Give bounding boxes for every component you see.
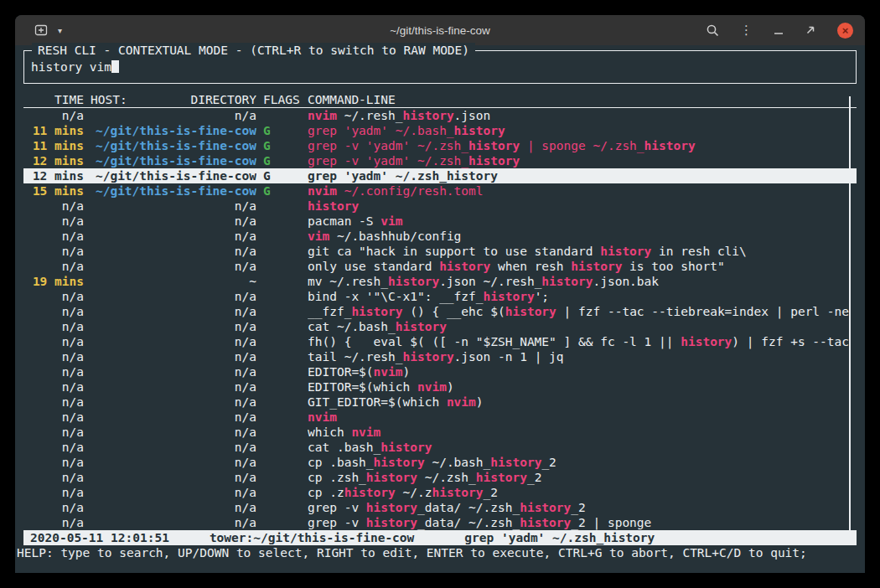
match-highlight: history bbox=[490, 456, 541, 469]
match-highlight: history bbox=[505, 305, 556, 318]
command-cell: nvim ~/.config/resh.toml bbox=[308, 183, 857, 199]
time-cell: n/a bbox=[23, 304, 84, 319]
command-cell: cat ~/.bash_history bbox=[308, 319, 857, 334]
match-highlight: history bbox=[454, 124, 505, 137]
command-text: grep 'yadm' ~/.zsh_ bbox=[308, 169, 447, 183]
flags-cell bbox=[263, 289, 301, 304]
command-text: grep -v 'yadm' ~/.zsh_ bbox=[308, 139, 468, 152]
match-highlight: nvim bbox=[308, 410, 337, 424]
match-highlight: history bbox=[380, 441, 432, 454]
history-row[interactable]: n/an/aEDITOR=$(which nvim) bbox=[23, 379, 857, 395]
flags-cell: G bbox=[263, 123, 301, 138]
time-cell: n/a bbox=[23, 485, 84, 500]
chevron-down-icon[interactable]: ▾ bbox=[58, 26, 62, 35]
command-text: .json -n 1 | jq bbox=[454, 350, 564, 364]
history-row[interactable]: n/an/avim ~/.bashhub/config bbox=[23, 229, 857, 244]
time-cell: 11 mins bbox=[23, 138, 84, 153]
history-row[interactable]: n/an/anvim ~/.resh_history.json bbox=[23, 108, 857, 123]
restore-button[interactable] bbox=[805, 24, 816, 36]
history-row-selected[interactable]: 12 mins~/git/this-is-fine-cowGgrep 'yadm… bbox=[23, 168, 857, 183]
command-cell: bind -x '"\C-x1": __fzf_history'; bbox=[308, 289, 857, 304]
directory-cell: n/a bbox=[91, 199, 256, 214]
flags-cell bbox=[263, 199, 301, 214]
history-row[interactable]: n/an/agrep -v history_data/ ~/.zsh_histo… bbox=[23, 515, 857, 530]
status-location: tower:~/git/this-is-fine-cow bbox=[210, 531, 414, 544]
history-row[interactable]: n/an/acp .zhistory ~/.zhistory_2 bbox=[23, 485, 857, 500]
command-text: cp .z bbox=[308, 486, 344, 499]
minimize-button[interactable] bbox=[774, 24, 784, 36]
time-cell: n/a bbox=[23, 334, 84, 349]
directory-cell: n/a bbox=[91, 440, 256, 455]
time-cell: 19 mins bbox=[23, 274, 84, 289]
history-row[interactable]: n/an/acp .bash_history ~/.bash_history_2 bbox=[23, 455, 857, 470]
command-cell: mv ~/.resh_history.json ~/.resh_history.… bbox=[308, 274, 857, 289]
history-row[interactable]: n/an/agrep -v history_data/ ~/.zsh_histo… bbox=[23, 500, 857, 515]
match-highlight: history bbox=[366, 501, 417, 514]
command-text: grep 'yadm' ~/.bash_ bbox=[308, 124, 454, 137]
command-text: _2 | sponge bbox=[571, 516, 651, 529]
command-text: | fzf --tac --tiebreak=index | perl -ne bbox=[556, 305, 849, 318]
header-host: HOST: bbox=[91, 92, 127, 107]
time-cell: n/a bbox=[23, 244, 84, 259]
history-row[interactable]: 11 mins~/git/this-is-fine-cowGgrep -v 'y… bbox=[23, 138, 857, 153]
directory-cell: ~/git/this-is-fine-cow bbox=[91, 123, 256, 138]
directory-cell: n/a bbox=[91, 425, 256, 440]
flags-cell bbox=[263, 244, 301, 259]
history-row[interactable]: n/an/aonly use standard history when res… bbox=[23, 259, 857, 274]
directory-cell: ~/git/this-is-fine-cow bbox=[91, 183, 256, 199]
search-button[interactable] bbox=[706, 23, 719, 37]
history-row[interactable]: n/an/anvim bbox=[23, 410, 857, 425]
match-highlight: history bbox=[344, 486, 396, 499]
search-query-text: history vim bbox=[31, 60, 111, 74]
history-row[interactable]: n/an/acat ~/.bash_history bbox=[23, 319, 857, 334]
text-cursor bbox=[111, 60, 119, 73]
history-row[interactable]: 11 mins~/git/this-is-fine-cowGgrep 'yadm… bbox=[23, 123, 857, 138]
time-cell: n/a bbox=[23, 515, 84, 530]
close-button[interactable]: × bbox=[837, 23, 853, 39]
history-row[interactable]: n/an/atail ~/.resh_history.json -n 1 | j… bbox=[23, 349, 857, 364]
command-cell: grep 'yadm' ~/.bash_history bbox=[308, 123, 857, 138]
history-row[interactable]: n/an/acp .zsh_history ~/.zsh_history_2 bbox=[23, 470, 857, 485]
command-cell: vim ~/.bashhub/config bbox=[308, 229, 857, 244]
history-row[interactable]: n/an/agit ca "hack in support to use sta… bbox=[23, 244, 857, 259]
history-row[interactable]: 15 mins~/git/this-is-fine-cowGnvim ~/.co… bbox=[23, 183, 857, 199]
command-cell: __fzf_history () { __ehc $(history | fzf… bbox=[308, 304, 857, 319]
history-row[interactable]: n/an/apacman -S vim bbox=[23, 214, 857, 229]
command-text: cat .bash_ bbox=[308, 441, 380, 454]
history-row[interactable]: n/an/aEDITOR=$(nvim) bbox=[23, 364, 857, 379]
time-cell: n/a bbox=[23, 410, 84, 425]
close-icon: × bbox=[842, 25, 849, 36]
flags-cell bbox=[263, 470, 301, 485]
match-highlight: nvim bbox=[417, 380, 447, 394]
history-row[interactable]: n/an/awhich nvim bbox=[23, 425, 857, 440]
directory-cell: ~/git/this-is-fine-cow bbox=[91, 168, 256, 183]
command-text: grep -v bbox=[308, 501, 366, 514]
history-row[interactable]: n/an/abind -x '"\C-x1": __fzf_history'; bbox=[23, 289, 857, 304]
command-text: ) | fzf +s --tac bbox=[732, 335, 849, 348]
kebab-menu-icon[interactable]: ⋮ bbox=[740, 23, 753, 38]
history-row[interactable]: 12 mins~/git/this-is-fine-cowGgrep -v 'y… bbox=[23, 153, 857, 168]
history-row[interactable]: n/an/afh() { eval $( ([ -n "$ZSH_NAME" ]… bbox=[23, 334, 857, 349]
new-terminal-button[interactable] bbox=[34, 23, 50, 37]
terminal-window: ▾ ~/git/this-is-fine-cow ⋮ bbox=[15, 15, 865, 573]
time-cell: n/a bbox=[23, 395, 84, 410]
command-text: .json bbox=[454, 109, 491, 122]
match-highlight: history bbox=[447, 169, 498, 183]
command-cell: grep -v history_data/ ~/.zsh_history_2 bbox=[308, 500, 857, 515]
history-row[interactable]: n/an/ahistory bbox=[23, 199, 857, 214]
history-row[interactable]: n/an/acat .bash_history bbox=[23, 440, 857, 455]
command-cell: nvim bbox=[308, 410, 857, 425]
history-row[interactable]: n/an/a__fzf_history () { __ehc $(history… bbox=[23, 304, 857, 319]
directory-cell: n/a bbox=[91, 334, 256, 349]
command-text: cp .bash_ bbox=[308, 456, 374, 469]
scrollbar[interactable] bbox=[849, 96, 851, 540]
history-row[interactable]: 19 mins~mv ~/.resh_history.json ~/.resh_… bbox=[23, 274, 857, 289]
flags-cell bbox=[263, 379, 301, 395]
command-text: .json ~/.resh_ bbox=[439, 275, 541, 288]
command-text: tail ~/.resh_ bbox=[308, 350, 403, 364]
terminal-plus-icon bbox=[34, 23, 50, 37]
flags-cell bbox=[263, 455, 301, 470]
match-highlight: history bbox=[351, 305, 402, 318]
time-cell: n/a bbox=[23, 199, 84, 214]
history-row[interactable]: n/an/aGIT_EDITOR=$(which nvim) bbox=[23, 395, 857, 410]
